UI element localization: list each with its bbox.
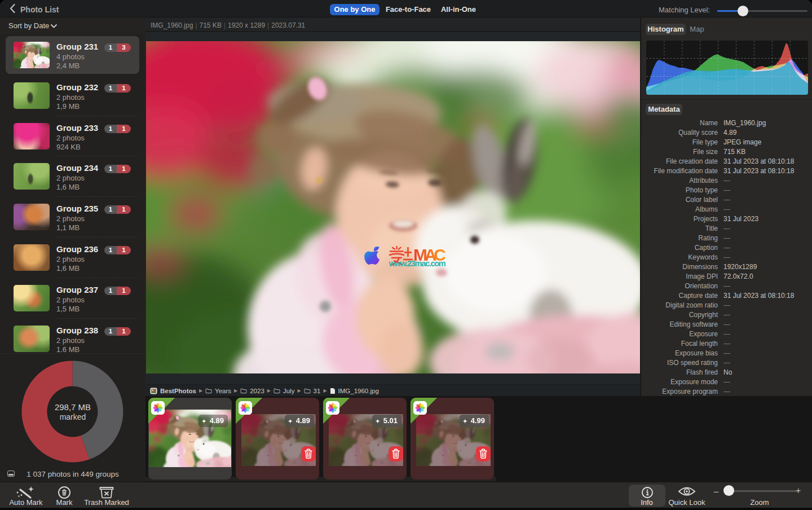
svg-text:www.23mac.com: www.23mac.com [389,259,446,268]
